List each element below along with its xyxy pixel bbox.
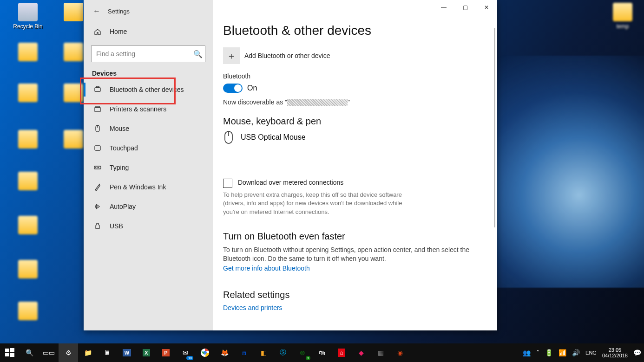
settings-content: Bluetooth & other devices ＋ Add Bluetoot… <box>213 0 497 330</box>
folder-icon <box>18 302 38 320</box>
metered-checkbox[interactable] <box>223 179 232 188</box>
nav-label: Printers & scanners <box>110 105 166 113</box>
taskbar-app2[interactable]: ◆ <box>351 343 371 362</box>
nav-item-pen-windows-ink[interactable]: Pen & Windows Ink <box>84 177 213 197</box>
chrome-icon <box>200 348 210 357</box>
bluetooth-info-link[interactable]: Get more info about Bluetooth <box>223 265 483 272</box>
folder-icon <box>64 130 83 149</box>
nav-icon <box>94 183 101 191</box>
taskbar-app1[interactable]: ◧ <box>254 343 273 362</box>
window-title: Settings <box>108 8 130 15</box>
discoverable-prefix: Now discoverable as <box>223 98 285 106</box>
bluetooth-toggle-row: On <box>223 84 483 93</box>
device-row[interactable]: USB Optical Mouse <box>223 130 483 144</box>
icon-label: Recycle Bin <box>9 23 46 30</box>
search-input[interactable] <box>92 50 191 58</box>
nav-item-usb[interactable]: USB <box>84 216 213 236</box>
nav-item-mouse[interactable]: Mouse <box>84 119 213 138</box>
add-device-button[interactable]: ＋ Add Bluetooth or other device <box>223 47 483 64</box>
avira-icon: ⌂ <box>338 349 345 357</box>
bluetooth-label: Bluetooth <box>223 72 483 80</box>
mail-icon: ✉ <box>183 349 188 356</box>
search-icon: 🔍 <box>26 349 33 356</box>
volume-icon: 🔊 <box>572 349 580 356</box>
folder-icon <box>64 43 83 61</box>
desktop-icon[interactable] <box>9 302 46 322</box>
svg-rect-18 <box>10 353 14 357</box>
tray-network[interactable]: 📶 <box>556 343 569 362</box>
start-button[interactable] <box>0 343 20 362</box>
nav-home[interactable]: Home <box>84 22 213 41</box>
taskbar-mail[interactable]: ✉30 <box>176 343 195 362</box>
nav-label: USB <box>110 222 123 230</box>
back-button[interactable]: ← <box>90 7 103 15</box>
taskbar-excel[interactable]: X <box>137 343 156 362</box>
nav-item-autoplay[interactable]: AutoPlay <box>84 197 213 216</box>
nav-label: AutoPlay <box>110 203 136 210</box>
fast-heading: Turn on Bluetooth even faster <box>223 231 483 242</box>
taskbar-skype[interactable]: Ⓢ <box>273 343 293 362</box>
folder-icon <box>18 43 38 61</box>
taskbar-powerpoint[interactable]: P <box>156 343 176 362</box>
svg-rect-17 <box>5 353 9 356</box>
metered-label: Download over metered connections <box>238 179 343 186</box>
chevron-up-icon: ˄ <box>536 349 539 356</box>
taskbar-avira[interactable]: ⌂ <box>332 343 351 362</box>
folder-icon <box>64 84 83 102</box>
taskbar-settings[interactable]: ⚙ <box>59 343 78 362</box>
taskbar-word[interactable]: W <box>117 343 137 362</box>
clock-time: 23:05 <box>609 347 622 353</box>
nav-icon <box>94 203 101 210</box>
nav-item-touchpad[interactable]: Touchpad <box>84 138 213 158</box>
nav-label: Typing <box>110 164 129 171</box>
taskbar-xbox[interactable]: ⊚3 <box>293 343 312 362</box>
search-button[interactable]: 🔍 <box>20 343 39 362</box>
section-heading: Mouse, keyboard & pen <box>223 116 483 127</box>
nav-label: Bluetooth & other devices <box>110 86 184 93</box>
pin-icon: ◆ <box>359 349 364 356</box>
task-view-button[interactable]: ▭▭ <box>39 343 59 362</box>
icon-label: temp <box>604 23 641 30</box>
taskbar-app4[interactable]: ◉ <box>390 343 410 362</box>
add-device-label: Add Bluetooth or other device <box>244 52 330 59</box>
tray-overflow[interactable]: ˄ <box>533 343 542 362</box>
taskbar-store[interactable]: 🛍 <box>312 343 332 362</box>
desktop-icon[interactable] <box>9 216 46 236</box>
taskbar-calculator[interactable]: 🖩 <box>98 343 117 362</box>
folder-icon <box>18 216 38 234</box>
desktop-icon[interactable] <box>9 260 46 280</box>
desktop-icon[interactable] <box>9 172 46 192</box>
desktop-icon[interactable] <box>9 84 46 104</box>
desktop-icon[interactable] <box>9 130 46 150</box>
bluetooth-toggle[interactable] <box>223 84 243 93</box>
tray-language[interactable]: ENG <box>583 343 599 362</box>
nav-label: Pen & Windows Ink <box>110 183 166 191</box>
taskbar-file-explorer[interactable]: 📁 <box>78 343 98 362</box>
desktop-icon[interactable]: Recycle Bin <box>9 3 46 30</box>
tray-action-center[interactable]: 💬 <box>631 343 644 362</box>
related-link[interactable]: Devices and printers <box>223 304 483 311</box>
desktop-icon[interactable]: temp <box>604 3 641 30</box>
taskbar-dropbox[interactable]: ⧈ <box>234 343 254 362</box>
settings-nav: ← Settings Home 🔍 Devices Bluetooth & ot… <box>84 0 213 330</box>
nav-item-typing[interactable]: Typing <box>84 158 213 177</box>
scrollbar[interactable] <box>494 28 495 227</box>
tray-volume[interactable]: 🔊 <box>569 343 583 362</box>
taskbar-chrome[interactable] <box>195 343 215 362</box>
taskbar-firefox[interactable]: 🦊 <box>215 343 234 362</box>
tray-battery[interactable]: 🔋 <box>542 343 556 362</box>
tray-clock[interactable]: 23:05 04/12/2018 <box>599 343 631 362</box>
tray-people[interactable]: 👥 <box>520 343 533 362</box>
app4-icon: ◉ <box>397 349 403 356</box>
titlebar: ← Settings <box>84 0 213 22</box>
nav-item-bluetooth-other-devices[interactable]: Bluetooth & other devices <box>84 80 213 99</box>
app-icon: ◧ <box>261 349 267 356</box>
desktop-icon[interactable] <box>9 43 46 63</box>
taskbar-app3[interactable]: ▦ <box>371 343 390 362</box>
discoverable-text: Now discoverable as "" <box>223 98 483 106</box>
nav-item-printers-scanners[interactable]: Printers & scanners <box>84 99 213 119</box>
svg-rect-15 <box>5 349 9 352</box>
taskview-icon: ▭▭ <box>43 349 55 356</box>
search-box[interactable]: 🔍 <box>91 45 205 62</box>
recycle-icon <box>18 3 38 21</box>
